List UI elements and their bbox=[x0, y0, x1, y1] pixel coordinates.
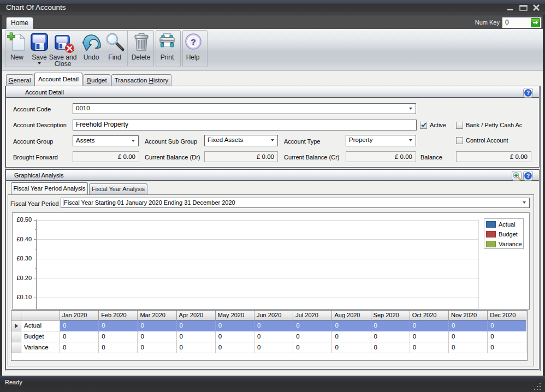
svg-text:?: ? bbox=[526, 90, 530, 96]
svg-text:?: ? bbox=[191, 37, 196, 46]
svg-text:?: ? bbox=[526, 173, 530, 179]
